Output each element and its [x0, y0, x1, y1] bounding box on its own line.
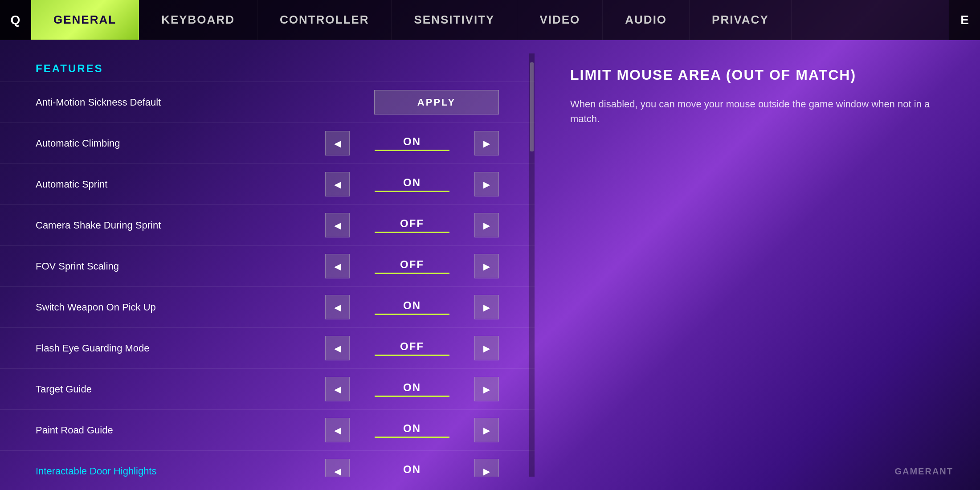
nav-tab-general[interactable]: GENERAL — [31, 0, 139, 40]
value-text: ON — [350, 299, 474, 312]
value-underline — [375, 273, 449, 274]
nav-tab-keyboard[interactable]: KEYBOARD — [139, 0, 257, 40]
arrow-right-button[interactable]: ▶ — [474, 377, 499, 401]
setting-label: Switch Weapon On Pick Up — [36, 302, 325, 313]
setting-row-flash-eye-guarding-mode: Flash Eye Guarding Mode◀OFF▶ — [0, 327, 535, 368]
value-underline — [375, 232, 449, 233]
value-underline — [375, 314, 449, 315]
setting-label: FOV Sprint Scaling — [36, 261, 325, 272]
info-title: LIMIT MOUSE AREA (OUT OF MATCH) — [570, 67, 944, 83]
value-underline — [375, 150, 449, 151]
setting-label: Camera Shake During Sprint — [36, 220, 325, 231]
value-text: OFF — [350, 217, 474, 230]
setting-row-anti-motion-sickness-default: Anti-Motion Sickness DefaultAPPLY — [0, 82, 535, 122]
arrow-right-button[interactable]: ▶ — [474, 295, 499, 319]
info-description: When disabled, you can move your mouse o… — [570, 97, 944, 126]
arrow-left-button[interactable]: ◀ — [325, 213, 350, 237]
scrollbar[interactable] — [529, 53, 535, 477]
setting-control: ◀OFF▶ — [325, 254, 499, 278]
setting-row-target-guide: Target Guide◀ON▶ — [0, 368, 535, 409]
setting-row-switch-weapon-on-pick-up: Switch Weapon On Pick Up◀ON▶ — [0, 286, 535, 327]
nav-tab-video[interactable]: VIDEO — [517, 0, 603, 40]
setting-label: Target Guide — [36, 384, 325, 395]
info-panel: LIMIT MOUSE AREA (OUT OF MATCH) When dis… — [535, 40, 980, 490]
setting-control: ◀ON▶ — [325, 131, 499, 155]
navigation-bar: Q GENERALKEYBOARDCONTROLLERSENSITIVITYVI… — [0, 0, 980, 40]
setting-control: ◀ON▶ — [325, 418, 499, 442]
setting-control: ◀ON▶ — [325, 377, 499, 401]
setting-label: Interactable Door Highlights — [36, 466, 325, 477]
value-text: ON — [350, 463, 474, 476]
nav-tab-controller[interactable]: CONTROLLER — [257, 0, 392, 40]
scrollbar-thumb[interactable] — [530, 62, 534, 151]
nav-tabs: GENERALKEYBOARDCONTROLLERSENSITIVITYVIDE… — [31, 0, 949, 40]
arrow-right-button[interactable]: ▶ — [474, 418, 499, 442]
arrow-right-button[interactable]: ▶ — [474, 131, 499, 155]
nav-tab-privacy[interactable]: PRIVACY — [690, 0, 792, 40]
setting-control: ◀ON▶ — [325, 172, 499, 196]
setting-control: ◀OFF▶ — [325, 213, 499, 237]
setting-row-camera-shake-during-sprint: Camera Shake During Sprint◀OFF▶ — [0, 204, 535, 245]
value-display: OFF — [350, 217, 474, 233]
value-display: OFF — [350, 340, 474, 356]
value-underline — [375, 355, 449, 356]
settings-scroll-area: FEATURESAnti-Motion Sickness DefaultAPPL… — [0, 53, 535, 477]
value-text: OFF — [350, 258, 474, 271]
arrow-left-button[interactable]: ◀ — [325, 172, 350, 196]
section-header-features: FEATURES — [0, 53, 535, 82]
arrow-left-button[interactable]: ◀ — [325, 131, 350, 155]
arrow-left-button[interactable]: ◀ — [325, 418, 350, 442]
arrow-right-button[interactable]: ▶ — [474, 213, 499, 237]
setting-row-fov-sprint-scaling: FOV Sprint Scaling◀OFF▶ — [0, 245, 535, 286]
setting-control: ◀ON▶ — [325, 295, 499, 319]
nav-icon-left[interactable]: Q — [0, 0, 31, 40]
arrow-right-button[interactable]: ▶ — [474, 254, 499, 278]
setting-row-automatic-sprint: Automatic Sprint◀ON▶ — [0, 163, 535, 204]
main-content: FEATURESAnti-Motion Sickness DefaultAPPL… — [0, 40, 980, 490]
apply-button[interactable]: APPLY — [374, 90, 499, 114]
setting-control: ◀ON▶ — [325, 459, 499, 477]
arrow-right-button[interactable]: ▶ — [474, 172, 499, 196]
nav-tab-audio[interactable]: AUDIO — [603, 0, 690, 40]
value-underline — [375, 437, 449, 438]
value-display: ON — [350, 299, 474, 315]
value-display: ON — [350, 422, 474, 438]
value-text: ON — [350, 381, 474, 394]
arrow-right-button[interactable]: ▶ — [474, 336, 499, 360]
value-underline — [375, 396, 449, 397]
arrow-left-button[interactable]: ◀ — [325, 254, 350, 278]
settings-panel: FEATURESAnti-Motion Sickness DefaultAPPL… — [0, 40, 535, 490]
setting-control: APPLY — [374, 90, 499, 114]
setting-label: Paint Road Guide — [36, 425, 325, 436]
arrow-left-button[interactable]: ◀ — [325, 459, 350, 477]
value-text: ON — [350, 135, 474, 148]
nav-icon-right[interactable]: E — [949, 0, 980, 40]
value-text: ON — [350, 422, 474, 435]
arrow-left-button[interactable]: ◀ — [325, 336, 350, 360]
nav-tab-sensitivity[interactable]: SENSITIVITY — [392, 0, 517, 40]
value-text: OFF — [350, 340, 474, 353]
setting-row-paint-road-guide: Paint Road Guide◀ON▶ — [0, 409, 535, 450]
arrow-left-button[interactable]: ◀ — [325, 295, 350, 319]
value-display: ON — [350, 463, 474, 477]
arrow-right-button[interactable]: ▶ — [474, 459, 499, 477]
setting-label: Flash Eye Guarding Mode — [36, 343, 325, 354]
setting-row-automatic-climbing: Automatic Climbing◀ON▶ — [0, 122, 535, 163]
value-underline — [375, 191, 449, 192]
value-display: ON — [350, 381, 474, 397]
setting-label: Automatic Climbing — [36, 138, 325, 149]
setting-label: Anti-Motion Sickness Default — [36, 97, 374, 108]
value-display: ON — [350, 176, 474, 192]
value-display: OFF — [350, 258, 474, 274]
arrow-left-button[interactable]: ◀ — [325, 377, 350, 401]
watermark: GAMERANT — [894, 466, 953, 477]
value-text: ON — [350, 176, 474, 189]
setting-label: Automatic Sprint — [36, 179, 325, 190]
value-display: ON — [350, 135, 474, 151]
setting-control: ◀OFF▶ — [325, 336, 499, 360]
setting-row-interactable-door-highlights: Interactable Door Highlights◀ON▶ — [0, 450, 535, 477]
